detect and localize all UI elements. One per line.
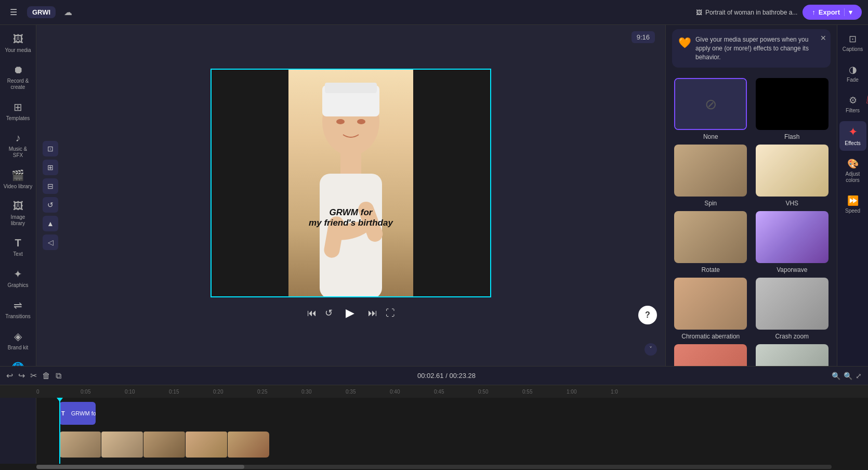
timeline-scrollbar[interactable] <box>36 465 832 469</box>
fullscreen-button[interactable]: ⛶ <box>386 308 395 319</box>
rewind-button[interactable]: ⏮ <box>307 308 317 319</box>
align-tool[interactable]: ◁ <box>43 234 58 250</box>
sidebar-item-templates[interactable]: ⊞ Templates <box>2 97 35 126</box>
zoom-out-button[interactable]: 🔍 <box>832 372 840 380</box>
video-thumb-2 <box>101 432 143 458</box>
effect-item-vaporwave[interactable]: Vaporwave <box>754 211 831 273</box>
sidebar-item-label: Graphics <box>7 282 28 289</box>
ruler-mark: 0:25 <box>257 389 301 395</box>
right-sidebar-filters[interactable]: ⚙ Filters <box>839 90 866 118</box>
cut-button[interactable]: ✂ <box>30 371 37 381</box>
timeline-tracks[interactable]: T GRWM for <box>36 398 868 464</box>
sidebar-item-image-library[interactable]: 🖼 Image library <box>2 196 35 231</box>
export-button[interactable]: ↑ Export ▾ <box>803 5 862 20</box>
image-library-icon: 🖼 <box>13 200 23 212</box>
ruler-mark: 0:35 <box>346 389 390 395</box>
effect-thumbnail-vhs <box>756 145 828 197</box>
topbar-right: 🖼 Portrait of woman in bathrobe a... ↑ E… <box>696 5 862 20</box>
duplicate-button[interactable]: ⧉ <box>56 371 61 381</box>
redo-button[interactable]: ↪ <box>18 371 25 381</box>
sidebar-item-text[interactable]: T Text <box>2 233 35 262</box>
effect-item-crash-zoom[interactable]: Crash zoom <box>754 278 831 340</box>
resize-tool[interactable]: ⊞ <box>43 160 58 175</box>
export-caret[interactable]: ▾ <box>844 8 852 16</box>
right-sidebar-speed[interactable]: ⏩ Speed <box>839 191 866 218</box>
undo-button[interactable]: ↩ <box>6 371 13 381</box>
motion-tool[interactable]: ↺ <box>43 197 58 213</box>
effect-label-chromatic: Chromatic aberration <box>681 333 740 340</box>
effect-item-slow-zoom[interactable]: 👇 Slow zoom <box>672 344 749 366</box>
delete-button[interactable]: 🗑 <box>42 371 50 381</box>
effect-item-rotate[interactable]: Rotate <box>672 211 749 273</box>
sidebar-item-your-media[interactable]: 🖼 Your media <box>2 29 35 58</box>
expand-timeline-button[interactable]: ⤢ <box>856 372 862 380</box>
right-sidebar-fade[interactable]: ◑ Fade <box>839 60 866 87</box>
hamburger-icon: ☰ <box>10 7 17 17</box>
save-status-icon: ☁ <box>64 7 72 17</box>
ruler-mark: 0 <box>36 389 81 395</box>
effect-item-flash[interactable]: Flash <box>754 78 831 140</box>
play-button[interactable]: ▶ <box>341 304 360 322</box>
record-create-icon: ⏺ <box>13 64 23 76</box>
timeline-area: ↩ ↪ ✂ 🗑 ⧉ 00:02.61 / 00:23.28 🔍 🔍 ⤢ 0 0:… <box>0 366 868 470</box>
collapse-panel-button[interactable]: ˅ <box>645 343 657 356</box>
sidebar-item-video-library[interactable]: 🎬 Video library <box>2 165 35 194</box>
sidebar-item-label: Brand kit <box>8 345 28 351</box>
effect-item-spin[interactable]: Spin <box>672 145 749 207</box>
sidebar-item-label: Text <box>13 251 22 257</box>
project-name[interactable]: GRWI <box>27 6 56 18</box>
effect-item-none[interactable]: ⊘ None <box>672 78 749 140</box>
effects-icon: ✦ <box>848 125 858 139</box>
captions-icon: ⊡ <box>849 33 857 45</box>
ruler-mark: 0:55 <box>522 389 567 395</box>
effect-label-none: None <box>703 133 718 140</box>
sidebar-item-record-create[interactable]: ⏺ Record & create <box>2 60 35 95</box>
sidebar-item-brand-kit[interactable]: ◈ Brand kit <box>2 326 35 355</box>
sidebar-item-languages[interactable]: 🌐 Languages <box>2 357 35 366</box>
zoom-in-button[interactable]: 🔍 <box>844 372 852 380</box>
ruler-mark: 0:20 <box>213 389 257 395</box>
effect-thumbnail-slow-zoom: 👇 <box>674 344 747 366</box>
effects-grid: ⊘ None Flash Spin <box>666 72 837 366</box>
sidebar-item-graphics[interactable]: ✦ Graphics <box>2 264 35 293</box>
crop-tool[interactable]: ⊡ <box>43 141 58 156</box>
loop-button[interactable]: ↺ <box>325 307 333 319</box>
effect-thumbnail-vaporwave <box>756 211 828 263</box>
timeline-content: T GRWM for <box>0 398 868 464</box>
forward-button[interactable]: ⏭ <box>368 308 377 319</box>
fade-icon: ◑ <box>849 64 857 75</box>
ruler-mark: 0:05 <box>81 389 125 395</box>
svg-rect-2 <box>325 83 377 93</box>
sidebar-item-label: Templates <box>6 115 30 122</box>
right-sidebar-effects[interactable]: ✦ Effects ☞ 1 <box>839 121 866 151</box>
layout-tool[interactable]: ⊟ <box>43 178 58 194</box>
tip-close-button[interactable]: ✕ <box>820 33 826 44</box>
text-clip[interactable]: T GRWM for <box>59 402 96 425</box>
export-icon: ↑ <box>812 8 816 16</box>
sidebar-item-music-sfx[interactable]: ♪ Music & SFX <box>2 128 35 163</box>
effect-item-slow-zoom-random[interactable]: Slow zoom random <box>754 344 831 366</box>
effect-item-vhs[interactable]: VHS <box>754 145 831 207</box>
timeline-zoom-controls: 🔍 🔍 ⤢ <box>832 372 862 380</box>
your-media-icon: 🖼 <box>13 33 23 45</box>
timeline-playhead[interactable] <box>59 398 60 464</box>
ruler-mark: 0:45 <box>434 389 478 395</box>
help-button[interactable]: ? <box>638 306 657 324</box>
music-icon: ♪ <box>16 132 21 144</box>
filter-tool[interactable]: ▲ <box>43 216 58 231</box>
video-frame[interactable]: GRWM for my friend's birthday <box>211 69 491 297</box>
right-panel: 🧡 Give your media super powers when you … <box>665 25 868 366</box>
right-sidebar-adjust-colors[interactable]: 🎨 Adjust colors <box>839 154 866 188</box>
video-clip[interactable] <box>59 432 269 458</box>
effect-thumbnail-crash-zoom <box>756 278 828 330</box>
effect-item-chromatic-aberration[interactable]: Chromatic aberration <box>672 278 749 340</box>
effect-label-vhs: VHS <box>785 200 798 207</box>
hamburger-menu[interactable]: ☰ <box>6 5 21 20</box>
ruler-mark: 1:00 <box>567 389 611 395</box>
right-sidebar-captions[interactable]: ⊡ Captions <box>839 29 866 57</box>
video-thumb-4 <box>186 432 227 458</box>
scrollbar-thumb[interactable] <box>36 465 244 469</box>
ruler-mark: 0:40 <box>390 389 434 395</box>
sidebar-item-transitions[interactable]: ⇌ Transitions <box>2 295 35 324</box>
effects-tip-banner: 🧡 Give your media super powers when you … <box>672 29 831 68</box>
